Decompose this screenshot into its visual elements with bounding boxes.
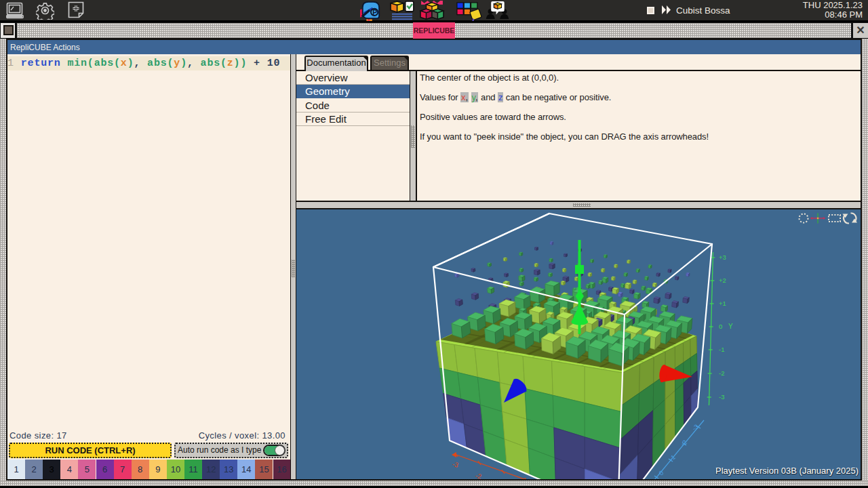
svg-text:P: P bbox=[372, 9, 377, 16]
svg-text:-2: -2 bbox=[719, 369, 724, 377]
svg-text:+1: +1 bbox=[719, 300, 726, 307]
svg-text:-1: -1 bbox=[719, 346, 724, 353]
svg-text:-2: -2 bbox=[679, 439, 688, 448]
svg-text:-3: -3 bbox=[452, 460, 460, 469]
svg-text:0: 0 bbox=[719, 323, 722, 330]
svg-text:-3: -3 bbox=[719, 393, 724, 401]
svg-text:-2: -2 bbox=[475, 472, 483, 479]
svg-text:+3: +3 bbox=[719, 253, 726, 261]
svg-text:-3: -3 bbox=[690, 423, 699, 432]
svg-text:+2: +2 bbox=[719, 277, 726, 284]
svg-text:0: 0 bbox=[657, 469, 665, 477]
svg-text:Y: Y bbox=[728, 323, 733, 330]
